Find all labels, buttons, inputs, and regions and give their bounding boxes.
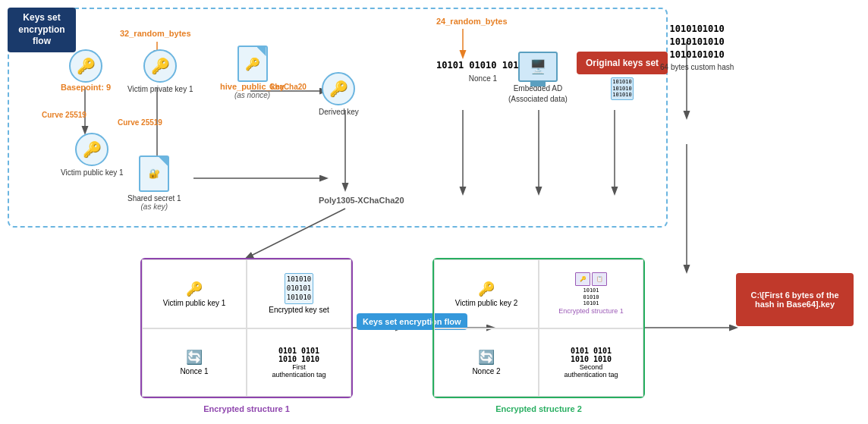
hash-label: 64 bytes custom hash <box>660 63 734 71</box>
as-nonce-label: (as nonce) <box>234 91 270 99</box>
enc2-enc-structure-label: Encrypted structure 1 <box>558 307 624 315</box>
shared-secret-1-label: Shared secret 1 <box>127 194 181 203</box>
derived-key-icon: 🔑 <box>322 72 355 105</box>
chacha20-label: ChaCha20 <box>269 82 307 91</box>
enc1-encrypted-keyset-cell: 101010010101101010 Encrypted key set <box>247 259 351 328</box>
right-binary-node: 101010101010101010101010101010 64 bytes … <box>660 23 734 71</box>
shared-secret-1-node: 🔐 Shared secret 1 (as key) <box>127 155 181 211</box>
nonce-1-label: Nonce 1 <box>469 74 497 83</box>
enc2-auth-tag-cell: 0101 01011010 1010 Secondauthentication … <box>539 328 643 397</box>
curve-25519-label-1: Curve 25519 <box>42 110 86 119</box>
as-key-label: (as key) <box>141 203 168 211</box>
victim-public-key-1-node: 🔑 Victim public key 1 <box>61 133 124 177</box>
embedded-ad-node: 🖥️ Embedded AD (Associated data) <box>508 52 568 103</box>
enc2-enc-structure-cell: 🔑 📋 101010101010101 Encrypted structure … <box>539 259 643 328</box>
keys-set-encryption-label: Keys set encryption flow <box>8 8 76 52</box>
embedded-ad-icon: 🖥️ <box>518 52 558 82</box>
enc2-key-icon: 🔑 <box>478 281 495 297</box>
random-32-label: 32_random_bytes <box>120 29 191 38</box>
output-file-label: C:\[First 6 bytes of the hash in Base64]… <box>742 291 848 309</box>
enc2-nonce-label: Nonce 2 <box>472 367 500 375</box>
enc-structure-2-label: Encrypted structure 2 <box>495 404 582 413</box>
enc2-nonce-icon: 🔄 <box>478 349 495 366</box>
enc1-auth-tag-cell: 0101 01011010 1010 Firstauthentication t… <box>247 328 351 397</box>
curve-25519-label-2: Curve 25519 <box>118 118 162 127</box>
original-keys-set-label: Original keys set <box>577 52 668 74</box>
poly1305-label: Poly1305-XChaCha20 <box>319 196 404 205</box>
top-flow-box <box>8 8 668 228</box>
victim-private-key-1-icon: 🔑 <box>143 49 177 83</box>
encrypted-structure-2-box: 🔑 Victim public key 2 🔑 📋 10101010101010… <box>432 258 645 398</box>
enc1-victim-pubkey-label: Victim public key 1 <box>163 299 226 307</box>
hive-public-key-icon: 🔑 <box>237 46 268 82</box>
enc1-encrypted-keyset-label: Encrypted key set <box>269 306 329 314</box>
basepoint-node: 🔑 Basepoint: 9 <box>61 49 111 92</box>
diagram: Keys set encryption flow <box>0 0 868 424</box>
enc1-nonce-icon: 🔄 <box>186 349 203 366</box>
encrypted-structure-1-box: 🔑 Victim public key 1 101010010101101010… <box>140 258 353 398</box>
derived-key-node: 🔑 Derived key <box>319 72 359 116</box>
enc1-victim-pubkey-cell: 🔑 Victim public key 1 <box>142 259 247 328</box>
enc2-victim-pubkey-cell: 🔑 Victim public key 2 <box>434 259 539 328</box>
original-keys-set-node: Original keys set 101010101010101010 <box>577 52 668 100</box>
enc2-auth-tag-label: Secondauthentication tag <box>564 363 618 378</box>
victim-public-key-1-icon: 🔑 <box>75 133 108 166</box>
victim-public-key-1-label: Victim public key 1 <box>61 168 124 177</box>
derived-key-label: Derived key <box>319 108 359 116</box>
shared-secret-1-icon: 🔐 <box>139 155 169 192</box>
basepoint-label: Basepoint: 9 <box>61 83 111 92</box>
enc2-victim-pubkey-label: Victim public key 2 <box>455 299 518 307</box>
enc1-key-icon: 🔑 <box>186 281 203 297</box>
right-binary-text: 101010101010101010101010101010 <box>670 23 725 61</box>
random-24-label: 24_random_bytes <box>436 17 508 26</box>
victim-private-key-1-node: 🔑 Victim private key 1 <box>127 49 193 93</box>
hive-public-key-node: 🔑 hive_public_key (as nonce) <box>220 46 285 99</box>
basepoint-icon: 🔑 <box>69 49 102 83</box>
enc1-nonce-cell: 🔄 Nonce 1 <box>142 328 247 397</box>
enc1-nonce-label: Nonce 1 <box>180 367 208 375</box>
output-file-box: C:\[First 6 bytes of the hash in Base64]… <box>736 273 854 326</box>
victim-private-key-1-label: Victim private key 1 <box>127 85 193 93</box>
enc1-auth-tag-label: Firstauthentication tag <box>272 363 326 378</box>
original-keys-set-binary: 101010101010101010 <box>611 77 634 100</box>
embedded-ad-sub-label: (Associated data) <box>508 95 568 103</box>
enc-structure-1-label: Encrypted structure 1 <box>203 404 290 413</box>
enc2-nonce-cell: 🔄 Nonce 2 <box>434 328 539 397</box>
